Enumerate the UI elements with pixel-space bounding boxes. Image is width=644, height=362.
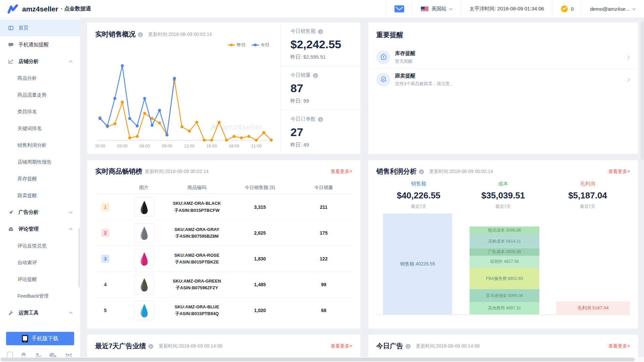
sidebar-item-label: 关键词排名 bbox=[17, 125, 42, 132]
info-icon[interactable]: i bbox=[406, 344, 411, 349]
today-qty-cell: 99 bbox=[295, 282, 352, 287]
sidebar-scrollbar[interactable] bbox=[78, 228, 80, 288]
alert-title: 库存提醒 bbox=[395, 50, 415, 57]
chevron-down-icon bbox=[69, 211, 73, 214]
table-row[interactable]: 3SKU:AMZ-ORA-ROSE子ASIN:B015PTBKZE1,83012… bbox=[95, 246, 352, 272]
asin-text: 子ASIN:B015PTBCFW bbox=[169, 207, 225, 214]
table-row[interactable]: 1SKU:AMZ-ORA-BLACK子ASIN:B015PTBCFW3,3152… bbox=[95, 194, 352, 220]
brand-logo[interactable]: amz4seller · 点金数据通 bbox=[0, 4, 91, 14]
alert-text: 库存提醒暂无提醒 bbox=[395, 50, 415, 64]
mail-icon bbox=[394, 5, 404, 12]
sku-text: SKU:AMZ-ORA-BLACK bbox=[169, 200, 225, 207]
sidebar-item-label: 自动索评 bbox=[17, 259, 37, 266]
sidebar-item-label: 评论反馈总览 bbox=[17, 243, 47, 249]
sidebar-item-review-alert[interactable]: 评论提醒 bbox=[0, 271, 80, 288]
info-icon[interactable]: i bbox=[313, 73, 318, 78]
sidebar-item-inventory-alert[interactable]: 库存提醒 bbox=[0, 170, 80, 187]
table-row[interactable]: 2SKU:AMZ-ORA-GRAY子ASIN:B07595BZ8M2,62517… bbox=[95, 220, 352, 246]
sidebar-item-product-analysis[interactable]: 商品分析 bbox=[0, 70, 80, 86]
today-stat: 今日销售额i$2,242.55昨日: $2,595.51 bbox=[281, 22, 360, 66]
svg-text:06:00: 06:00 bbox=[140, 144, 150, 148]
view-more-link[interactable]: 查看更多> bbox=[608, 169, 630, 175]
rank-badge: 3 bbox=[101, 255, 109, 263]
info-icon[interactable]: i bbox=[138, 32, 143, 37]
phone-icon bbox=[22, 335, 28, 343]
sidebar-item-traffic-trend[interactable]: 商品流量走势 bbox=[0, 86, 80, 103]
view-more-link[interactable]: 查看更多> bbox=[331, 343, 352, 349]
alert-row-bell[interactable]: 跟卖提醒您有3个商品被跟卖，请注意。 bbox=[368, 69, 638, 91]
alert-text: 跟卖提醒您有3个商品被跟卖，请注意。 bbox=[395, 73, 454, 87]
today-sales-cell: 1,830 bbox=[225, 256, 295, 261]
image-cell bbox=[119, 249, 169, 268]
asin-text: 子ASIN:B07595BZ8M bbox=[169, 233, 225, 240]
sidebar-item-profit-analysis[interactable]: 销售利润分析 bbox=[0, 137, 80, 154]
profit-stat-value: $5,187.04 bbox=[545, 190, 630, 201]
view-more-link[interactable]: 查看更多> bbox=[331, 169, 352, 175]
svg-text:00:00: 00:00 bbox=[95, 144, 105, 148]
chevron-up-icon bbox=[69, 60, 73, 63]
sidebar-item-auto-review-request[interactable]: 自动索评 bbox=[0, 254, 80, 271]
today-sales-cell: 1,485 bbox=[225, 282, 295, 287]
marketplace-selector[interactable]: 美国站 bbox=[412, 0, 461, 18]
legend-yesterday[interactable]: 昨日 bbox=[228, 42, 246, 48]
rank-badge: 4 bbox=[101, 281, 109, 289]
asin-text: 子ASIN:B015PTBKZE bbox=[169, 259, 225, 265]
info-icon[interactable]: i bbox=[318, 29, 323, 34]
sidebar-nav: 首页手机通知提醒店铺分析商品分析商品流量走势类目排名关键词排名销售利润分析店铺周… bbox=[0, 18, 80, 321]
sidebar-item-operation-tools[interactable]: 运营工具 bbox=[0, 304, 80, 321]
sku-text: SKU:AMZ-ORA-GREEN bbox=[169, 278, 225, 285]
pacific-time: 太平洋时间: 2018-08-09 01:34:06 bbox=[461, 0, 552, 18]
sidebar-item-hijack-alert[interactable]: 跟卖提醒 bbox=[0, 187, 80, 204]
chart-legend: 昨日 今日 bbox=[228, 42, 269, 48]
alert-list: 库存提醒暂无提醒跟卖提醒您有3个商品被跟卖，请注意。 bbox=[368, 46, 638, 91]
sidebar-item-category-rank[interactable]: 类目排名 bbox=[0, 103, 80, 120]
inventory-icon bbox=[380, 53, 387, 62]
sales-chart-area: 实时销售概况 i 更新时间:2018-08-09 00:02:14 昨日 今日 … bbox=[87, 22, 281, 154]
rank-cell: 1 bbox=[95, 203, 119, 211]
image-cell bbox=[119, 197, 169, 217]
sidebar-item-label: 首页 bbox=[18, 25, 29, 31]
alert-row-inventory[interactable]: 库存提醒暂无提醒 bbox=[368, 46, 638, 69]
account-menu[interactable]: demo@amz4se... bbox=[582, 0, 644, 18]
info-icon[interactable]: i bbox=[148, 344, 153, 349]
info-icon[interactable]: i bbox=[419, 169, 424, 174]
brand-name: amz4seller bbox=[22, 5, 58, 13]
messages-button[interactable] bbox=[386, 0, 412, 18]
ads-7day-title: 最近7天广告业绩 bbox=[95, 342, 146, 351]
sidebar-item-label: 手机通知提醒 bbox=[18, 42, 49, 48]
info-icon[interactable]: i bbox=[318, 117, 323, 122]
table-row[interactable]: 5SKU:AMZ-ORA-BLUE子ASIN:B015PTB94Q1,02068 bbox=[95, 297, 352, 323]
legend-today[interactable]: 今日 bbox=[252, 42, 269, 48]
cost-block: 其他费用 4897.31 bbox=[470, 302, 539, 314]
sidebar-item-label: 运营工具 bbox=[18, 310, 39, 316]
sidebar-item-shop-analysis[interactable]: 店铺分析 bbox=[0, 53, 80, 70]
sidebar-item-home[interactable]: 首页 bbox=[0, 19, 80, 36]
today-sales-cell: 1,020 bbox=[225, 308, 295, 313]
stat-yesterday-value: 昨日: 99 bbox=[290, 98, 360, 104]
sidebar-item-ad-analysis[interactable]: 广告分析 bbox=[0, 204, 80, 221]
bestsellers-title: 实时商品畅销榜 bbox=[95, 167, 142, 176]
sku-text: SKU:AMZ-ORA-BLUE bbox=[169, 304, 225, 310]
today-qty-cell: 175 bbox=[295, 230, 352, 236]
mobile-app-download-button[interactable]: 手机版下载 bbox=[6, 332, 74, 345]
sidebar-item-phone-notify[interactable]: 手机通知提醒 bbox=[0, 36, 80, 53]
image-cell bbox=[119, 275, 169, 294]
table-row[interactable]: 4SKU:AMZ-ORA-GREEN子ASIN:B07596ZFZY1,4859… bbox=[95, 272, 352, 297]
image-cell bbox=[119, 223, 169, 243]
sidebar-item-keyword-rank[interactable]: 关键词排名 bbox=[0, 120, 80, 137]
view-more-link[interactable]: 查看更多> bbox=[608, 343, 630, 349]
horizontal-scrollbar-thumb[interactable] bbox=[1, 358, 635, 361]
sidebar-item-review-overview[interactable]: 评论反馈总览 bbox=[0, 237, 80, 254]
sidebar-item-periodic-report[interactable]: 店铺周期性报告 bbox=[0, 154, 80, 170]
sidebar-item-feedback-management[interactable]: Feedback管理 bbox=[0, 288, 80, 304]
profit-stat-label: 成本 bbox=[461, 181, 545, 187]
profit-stat-label: 毛利润 bbox=[545, 181, 630, 187]
column-header: 今日销量 bbox=[295, 185, 352, 191]
today-qty-cell: 211 bbox=[295, 204, 352, 210]
svg-text:18:00: 18:00 bbox=[229, 144, 239, 148]
coin-balance[interactable]: 0 bbox=[552, 0, 582, 18]
vertical-scrollbar[interactable] bbox=[641, 21, 644, 160]
chevron-down-icon bbox=[449, 8, 453, 10]
cost-block: 广告成本 2905.68 bbox=[470, 248, 539, 256]
sidebar-item-review-management[interactable]: 评论管理 bbox=[0, 221, 80, 237]
